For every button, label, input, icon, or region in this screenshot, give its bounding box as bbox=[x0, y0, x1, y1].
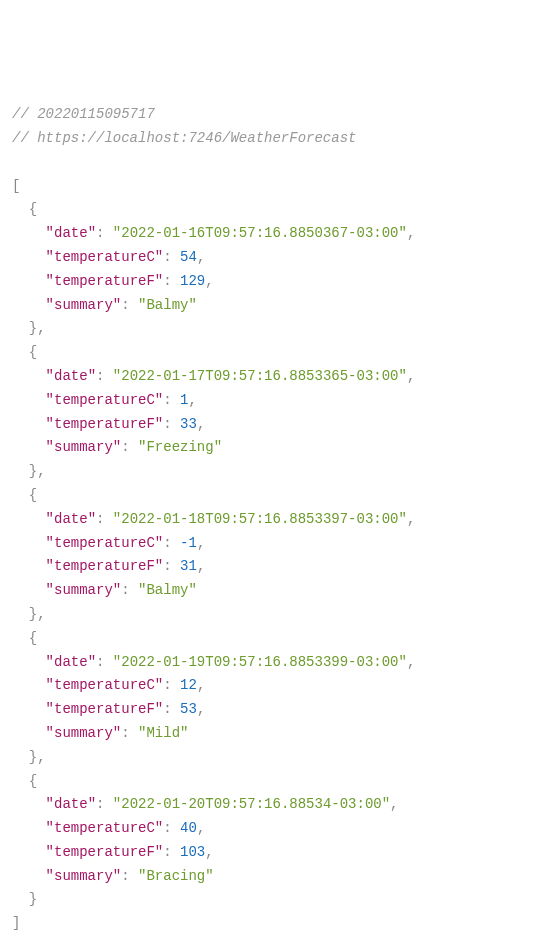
indent bbox=[12, 392, 46, 408]
comma: , bbox=[407, 511, 415, 527]
json-key-temperatureF: "temperatureF" bbox=[46, 273, 164, 289]
colon: : bbox=[96, 654, 104, 670]
comma: , bbox=[197, 701, 205, 717]
json-key-temperatureF: "temperatureF" bbox=[46, 558, 164, 574]
json-key-temperatureC: "temperatureC" bbox=[46, 820, 164, 836]
object-open-brace: { bbox=[29, 630, 37, 646]
comma: , bbox=[407, 654, 415, 670]
comma: , bbox=[407, 225, 415, 241]
indent bbox=[12, 773, 29, 789]
json-key-date: "date" bbox=[46, 225, 96, 241]
indent bbox=[12, 654, 46, 670]
json-value-date: "2022-01-19T09:57:16.8853399-03:00" bbox=[113, 654, 407, 670]
object-close-brace: }, bbox=[29, 606, 46, 622]
indent bbox=[12, 463, 29, 479]
json-key-summary: "summary" bbox=[46, 297, 122, 313]
json-key-summary: "summary" bbox=[46, 868, 122, 884]
colon: : bbox=[96, 225, 104, 241]
json-value-summary: "Freezing" bbox=[138, 439, 222, 455]
indent bbox=[12, 820, 46, 836]
object-close-brace: } bbox=[29, 891, 37, 907]
indent bbox=[12, 606, 29, 622]
colon: : bbox=[96, 796, 104, 812]
comma: , bbox=[205, 844, 213, 860]
indent bbox=[12, 368, 46, 384]
colon: : bbox=[163, 392, 171, 408]
json-value-temperatureC: 54 bbox=[180, 249, 197, 265]
json-key-temperatureF: "temperatureF" bbox=[46, 844, 164, 860]
json-key-date: "date" bbox=[46, 654, 96, 670]
json-key-date: "date" bbox=[46, 796, 96, 812]
indent bbox=[12, 844, 46, 860]
indent bbox=[12, 273, 46, 289]
indent bbox=[12, 439, 46, 455]
object-close-brace: }, bbox=[29, 320, 46, 336]
colon: : bbox=[96, 368, 104, 384]
json-value-summary: "Balmy" bbox=[138, 297, 197, 313]
colon: : bbox=[121, 439, 129, 455]
comment-url: // https://localhost:7246/WeatherForecas… bbox=[12, 130, 356, 146]
indent bbox=[12, 487, 29, 503]
indent bbox=[12, 225, 46, 241]
json-value-temperatureF: 53 bbox=[180, 701, 197, 717]
json-key-temperatureF: "temperatureF" bbox=[46, 701, 164, 717]
indent bbox=[12, 249, 46, 265]
json-value-temperatureF: 129 bbox=[180, 273, 205, 289]
json-value-temperatureF: 31 bbox=[180, 558, 197, 574]
indent bbox=[12, 796, 46, 812]
indent bbox=[12, 749, 29, 765]
json-value-summary: "Bracing" bbox=[138, 868, 214, 884]
object-open-brace: { bbox=[29, 201, 37, 217]
indent bbox=[12, 320, 29, 336]
json-value-date: "2022-01-17T09:57:16.8853365-03:00" bbox=[113, 368, 407, 384]
comma: , bbox=[205, 273, 213, 289]
colon: : bbox=[163, 535, 171, 551]
json-key-summary: "summary" bbox=[46, 582, 122, 598]
json-value-summary: "Mild" bbox=[138, 725, 188, 741]
indent bbox=[12, 416, 46, 432]
comma: , bbox=[197, 820, 205, 836]
colon: : bbox=[121, 297, 129, 313]
indent bbox=[12, 677, 46, 693]
comma: , bbox=[197, 249, 205, 265]
json-key-temperatureC: "temperatureC" bbox=[46, 249, 164, 265]
colon: : bbox=[121, 868, 129, 884]
json-value-temperatureF: 33 bbox=[180, 416, 197, 432]
json-value-temperatureC: -1 bbox=[180, 535, 197, 551]
indent bbox=[12, 344, 29, 360]
json-key-date: "date" bbox=[46, 368, 96, 384]
comma: , bbox=[197, 416, 205, 432]
colon: : bbox=[163, 273, 171, 289]
indent bbox=[12, 868, 46, 884]
array-open-bracket: [ bbox=[12, 178, 20, 194]
colon: : bbox=[121, 582, 129, 598]
indent bbox=[12, 582, 46, 598]
json-key-temperatureC: "temperatureC" bbox=[46, 535, 164, 551]
json-value-temperatureC: 12 bbox=[180, 677, 197, 693]
indent bbox=[12, 511, 46, 527]
indent bbox=[12, 701, 46, 717]
json-key-temperatureF: "temperatureF" bbox=[46, 416, 164, 432]
indent bbox=[12, 201, 29, 217]
object-open-brace: { bbox=[29, 487, 37, 503]
object-open-brace: { bbox=[29, 773, 37, 789]
object-open-brace: { bbox=[29, 344, 37, 360]
comment-timestamp: // 20220115095717 bbox=[12, 106, 155, 122]
json-value-date: "2022-01-16T09:57:16.8850367-03:00" bbox=[113, 225, 407, 241]
json-value-date: "2022-01-18T09:57:16.8853397-03:00" bbox=[113, 511, 407, 527]
comma: , bbox=[197, 677, 205, 693]
json-value-temperatureC: 40 bbox=[180, 820, 197, 836]
json-value-temperatureF: 103 bbox=[180, 844, 205, 860]
indent bbox=[12, 535, 46, 551]
colon: : bbox=[96, 511, 104, 527]
json-key-summary: "summary" bbox=[46, 725, 122, 741]
json-key-summary: "summary" bbox=[46, 439, 122, 455]
json-key-temperatureC: "temperatureC" bbox=[46, 677, 164, 693]
colon: : bbox=[121, 725, 129, 741]
object-close-brace: }, bbox=[29, 463, 46, 479]
colon: : bbox=[163, 558, 171, 574]
comma: , bbox=[407, 368, 415, 384]
indent bbox=[12, 297, 46, 313]
json-key-temperatureC: "temperatureC" bbox=[46, 392, 164, 408]
indent bbox=[12, 630, 29, 646]
